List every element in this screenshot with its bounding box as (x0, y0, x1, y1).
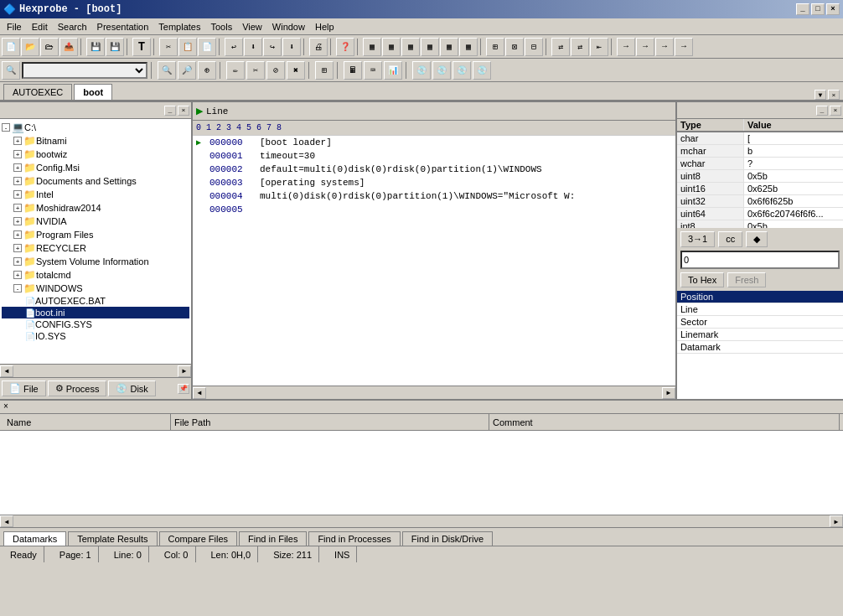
tree-item-recycler[interactable]: + 📁 RECYCLER (2, 241, 189, 255)
menu-presentation[interactable]: Presentation (92, 20, 154, 34)
grid1-btn[interactable]: ▦ (363, 38, 381, 56)
menu-edit[interactable]: Edit (27, 20, 53, 34)
menu-templates[interactable]: Templates (153, 20, 205, 34)
menu-search[interactable]: Search (53, 20, 92, 34)
tab-boot[interactable]: boot (74, 84, 112, 100)
tree-item-drive-c[interactable]: - 💻 C:\ (2, 121, 189, 134)
grid4-btn[interactable]: ▦ (421, 38, 439, 56)
tree-item-configmsi[interactable]: + 📁 Config.Msi (2, 161, 189, 174)
save-btn[interactable]: 💾 (86, 38, 105, 56)
zoom-out-btn[interactable]: 🔎 (178, 61, 196, 80)
nav-sector[interactable]: Sector (677, 316, 843, 329)
grid5-btn[interactable]: ▦ (440, 38, 458, 56)
edit4-btn[interactable]: ✖ (287, 61, 305, 80)
redo2-btn[interactable]: ⬇ (282, 38, 301, 56)
expand-configmsi[interactable]: + (13, 163, 22, 172)
nav1-btn[interactable]: ⊞ (486, 38, 504, 56)
tree-item-programfiles[interactable]: + 📁 Program Files (2, 228, 189, 241)
tab-template-results[interactable]: Template Results (68, 531, 157, 546)
file-tab[interactable]: 📄 File (2, 380, 46, 396)
hscroll-right[interactable]: ▶ (178, 365, 191, 377)
grid6-btn[interactable]: ▦ (459, 38, 478, 56)
tree-item-configsys[interactable]: 📄 CONFIG.SYS (2, 318, 189, 330)
hex-value-input[interactable] (680, 251, 840, 269)
tree-item-windows[interactable]: - 📁 WINDOWS (2, 282, 189, 295)
edit3-btn[interactable]: ⊘ (266, 61, 285, 80)
calc3-btn[interactable]: ◆ (746, 231, 768, 247)
hex-hscroll[interactable]: ◀ ▶ (193, 386, 675, 399)
leftpanel-extra-btn[interactable]: 📌 (178, 384, 189, 394)
nav-datamark[interactable]: Datamark (677, 341, 843, 354)
grid3-btn[interactable]: ▦ (401, 38, 420, 56)
bottom-hscroll[interactable]: ◀ ▶ (0, 515, 843, 527)
right2-btn[interactable]: → (636, 38, 654, 56)
calc2-btn[interactable]: ⌨ (364, 61, 382, 80)
right-close-btn[interactable]: × (830, 106, 841, 116)
paste-btn[interactable]: 📄 (198, 38, 216, 56)
disk4-btn[interactable]: 💿 (473, 61, 491, 80)
tab-datamarks[interactable]: Datamarks (3, 531, 66, 546)
hscroll-left[interactable]: ◀ (0, 365, 13, 377)
nav2-btn[interactable]: ⊠ (505, 38, 524, 56)
expand-bitnami[interactable]: + (13, 137, 22, 145)
hex-content[interactable]: ▶ 000000 [boot loader] 000001 timeout=30… (193, 136, 675, 386)
tree-hscroll[interactable]: ◀ ▶ (0, 364, 191, 377)
expand-recycler[interactable]: + (13, 244, 22, 252)
tree-close-btn[interactable]: × (178, 106, 189, 116)
open2-btn[interactable]: 🗁 (40, 38, 59, 56)
disk-tab[interactable]: 💿 Disk (108, 380, 155, 396)
grid2-btn[interactable]: ▦ (382, 38, 401, 56)
expand-c[interactable]: - (2, 123, 10, 132)
expand-sysvolinfo[interactable]: + (13, 257, 22, 266)
menu-view[interactable]: View (237, 20, 267, 34)
tree-item-moshi[interactable]: + 📁 Moshidraw2014 (2, 201, 189, 215)
panel-restore-btn[interactable]: ▼ (815, 90, 826, 100)
disk3-btn[interactable]: 💿 (453, 61, 471, 80)
new-btn[interactable]: 📄 (2, 38, 20, 56)
tab-find-in-processes[interactable]: Find in Processes (308, 531, 400, 546)
bottom-close-btn[interactable]: × (3, 402, 8, 412)
tree-item-intel[interactable]: + 📁 Intel (2, 188, 189, 201)
expand-intel[interactable]: + (13, 190, 22, 199)
menu-file[interactable]: File (2, 20, 27, 34)
expand-pf[interactable]: + (13, 230, 22, 239)
tree-item-nvidia[interactable]: + 📁 NVIDIA (2, 215, 189, 228)
bottom-hscroll-right[interactable]: ▶ (830, 515, 843, 527)
edit2-btn[interactable]: ✂ (246, 61, 265, 80)
to-hex-btn[interactable]: To Hex (680, 272, 724, 287)
edit1-btn[interactable]: ✏ (226, 61, 245, 80)
undo2-btn[interactable]: ⬇ (244, 38, 262, 56)
hex-hscroll-right[interactable]: ▶ (662, 387, 675, 399)
calc1-btn[interactable]: 3→1 (680, 231, 715, 247)
nav3-btn[interactable]: ⊟ (525, 38, 543, 56)
tree-item-bootwiz[interactable]: + 📁 bootwiz (2, 148, 189, 161)
title-controls[interactable]: _ □ × (796, 3, 840, 15)
font-btn[interactable]: T (132, 38, 151, 56)
bottom-hscroll-left[interactable]: ◀ (0, 515, 13, 527)
process-tab[interactable]: ⚙ Process (48, 380, 107, 396)
help-btn[interactable]: ❓ (336, 38, 354, 56)
search-icon[interactable]: 🔍 (2, 61, 20, 80)
tool2-btn[interactable]: ⇄ (571, 38, 589, 56)
tree-item-bootini[interactable]: 📄 boot.ini (2, 307, 189, 318)
print-btn[interactable]: 🖨 (309, 38, 328, 56)
open-btn[interactable]: 📂 (21, 38, 39, 56)
func1-btn[interactable]: ⊞ (315, 61, 334, 80)
expand-bootwiz[interactable]: + (13, 150, 22, 158)
maximize-btn[interactable]: □ (811, 3, 825, 15)
tab-find-in-files[interactable]: Find in Files (239, 531, 307, 546)
tab-compare-files[interactable]: Compare Files (159, 531, 238, 546)
tab-autoexec[interactable]: AUTOEXEC (3, 84, 72, 100)
copy-btn[interactable]: 📋 (178, 38, 197, 56)
close-btn[interactable]: × (826, 3, 840, 15)
nav-position[interactable]: Position (677, 291, 843, 303)
right4-btn[interactable]: → (675, 38, 693, 56)
menu-help[interactable]: Help (310, 20, 339, 34)
tree-item-autoexec[interactable]: 📄 AUTOEXEC.BAT (2, 295, 189, 307)
expand-windows[interactable]: - (13, 284, 22, 292)
chart-btn[interactable]: 📊 (384, 61, 402, 80)
tree-item-iosys[interactable]: 📄 IO.SYS (2, 330, 189, 342)
disk2-btn[interactable]: 💿 (432, 61, 451, 80)
tree-minimize-btn[interactable]: _ (164, 106, 176, 116)
save2-btn[interactable]: 💾 (106, 38, 124, 56)
